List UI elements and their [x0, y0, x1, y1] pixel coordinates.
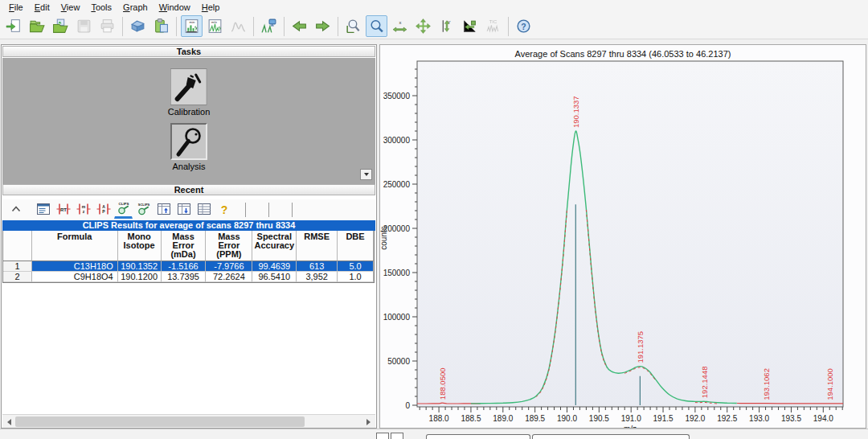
bottom-tab[interactable] [532, 434, 690, 439]
spectrum-chart[interactable]: 0500001000001500002000002500003000003500… [380, 45, 866, 428]
zoom-icon[interactable] [366, 15, 387, 37]
table-cell: 613 [297, 261, 338, 272]
svg-text:x: x [399, 20, 402, 25]
pane-button[interactable] [391, 433, 403, 439]
toolbar-separator [176, 17, 177, 36]
main-toolbar: minm/zxYTIC? [0, 14, 868, 39]
table-cell: -1.5166 [162, 261, 207, 272]
table-cell: 72.2624 [206, 272, 252, 282]
zoom-x-icon[interactable]: x [389, 15, 411, 37]
horizontal-scrollbar[interactable] [2, 414, 375, 428]
scrollbar-left-arrow[interactable] [3, 416, 15, 428]
table-cell: C13H18O [32, 261, 118, 272]
tasks-dropdown-button[interactable] [360, 169, 372, 180]
table-up-button[interactable] [154, 201, 173, 219]
spectrum-mz-icon[interactable]: m/z [204, 15, 226, 37]
filter-rt-button[interactable]: RT [54, 201, 72, 219]
clips-search-button[interactable]: CLIPS [114, 201, 133, 219]
calibration-view-icon[interactable] [258, 15, 280, 37]
svg-text:194.0: 194.0 [813, 414, 833, 423]
zoom-out-full-icon[interactable] [342, 15, 364, 37]
app-window: FileEditViewToolsGraphWindowHelp minm/zx… [0, 0, 868, 439]
menu-view[interactable]: View [55, 2, 86, 13]
open-chart-icon[interactable] [50, 15, 72, 37]
results-table: FormulaMonoIsotopeMass Error(mDa)Mass Er… [2, 231, 375, 283]
clips-search-icon: CLIPS [116, 200, 132, 218]
new-file-icon[interactable] [3, 15, 25, 37]
filter-abundance-icon: AP [96, 201, 112, 219]
table-cell: C9H18O4 [32, 272, 118, 282]
menu-tools[interactable]: Tools [85, 2, 117, 13]
filter-mz-button[interactable]: mz [74, 201, 92, 219]
svg-text:192.1448: 192.1448 [700, 367, 709, 399]
chromatogram-min-icon[interactable]: min [181, 15, 203, 37]
svg-text:z: z [82, 209, 84, 214]
report-grid-icon [196, 201, 212, 219]
svg-text:191.0: 191.0 [621, 414, 641, 423]
svg-text:193.5: 193.5 [781, 414, 801, 423]
row-number: 2 [3, 272, 32, 282]
filter-mz-icon: mz [76, 201, 92, 219]
help-question-icon: ? [216, 201, 232, 219]
report-grid-button[interactable] [194, 201, 213, 219]
column-header[interactable]: MonoIsotope [118, 231, 162, 261]
menu-file[interactable]: File [3, 2, 29, 13]
svg-text:194.1000: 194.1000 [825, 368, 834, 400]
svg-text:190.5: 190.5 [589, 414, 609, 423]
svg-text:50000: 50000 [387, 357, 410, 366]
properties-list-button[interactable] [34, 201, 52, 219]
tasks-title: Tasks [177, 47, 201, 56]
open-file-icon[interactable] [27, 15, 48, 37]
column-header[interactable]: Formula [32, 231, 118, 261]
menu-help[interactable]: Help [196, 2, 226, 13]
sclips-search-button[interactable]: SCLIPS [134, 201, 153, 219]
help-icon[interactable]: ? [513, 15, 534, 37]
scrollbar-right-arrow[interactable] [362, 416, 375, 428]
column-header[interactable]: Mass Error(PPM) [206, 231, 252, 261]
print-icon [96, 15, 118, 37]
task-calibration[interactable]: Calibration [168, 68, 211, 117]
filter-abundance-button[interactable]: AP [94, 201, 113, 219]
task-analysis[interactable]: Analysis [170, 123, 207, 171]
svg-text:192.0: 192.0 [685, 414, 705, 423]
menu-graph[interactable]: Graph [117, 2, 154, 13]
menu-edit[interactable]: Edit [29, 2, 55, 13]
results-mini-toolbar: RTmzAPCLIPSSCLIPS? [2, 199, 375, 220]
svg-text:?: ? [521, 22, 526, 31]
results-title-bar: CLIPS Results for average of scans 8297 … [2, 220, 375, 231]
autoscale-icon[interactable] [412, 15, 434, 37]
column-header[interactable]: Mass Error(mDa) [162, 231, 207, 261]
zoom-y-icon[interactable]: Y [436, 15, 457, 37]
task-label: Calibration [168, 107, 211, 117]
pane-button[interactable] [376, 433, 389, 439]
svg-text:counts: counts [380, 226, 388, 249]
svg-text:188.0500: 188.0500 [438, 368, 447, 400]
svg-text:0: 0 [405, 401, 410, 410]
nav-forward-icon[interactable] [312, 15, 334, 37]
table-row[interactable]: 1C13H18O190.1352-1.5166-7.976699.4639613… [3, 261, 374, 272]
table-row[interactable]: 2C9H18O4190.120013.739572.262496.54103,9… [3, 272, 374, 282]
table-cell: 96.5410 [252, 272, 297, 282]
toolbar-separator [508, 17, 509, 36]
svg-text:191.5: 191.5 [653, 414, 674, 423]
shift-axis-icon[interactable] [459, 15, 481, 37]
svg-text:189.5: 189.5 [525, 414, 545, 423]
menu-window[interactable]: Window [154, 2, 196, 13]
column-header[interactable]: DBE [338, 231, 374, 261]
column-header[interactable]: RMSE [297, 231, 338, 261]
svg-text:188.5: 188.5 [461, 414, 481, 423]
bottom-tab[interactable] [426, 434, 530, 439]
table-cell: 190.1200 [118, 272, 162, 282]
help-question-button[interactable]: ? [215, 201, 233, 219]
paste-icon[interactable] [150, 15, 172, 37]
collapse-chevron-button[interactable] [6, 201, 25, 219]
properties-list-icon [35, 201, 51, 219]
scrollbar-thumb[interactable] [15, 416, 305, 427]
nav-back-icon[interactable] [289, 15, 310, 37]
table-down-button[interactable] [174, 201, 193, 219]
column-header[interactable]: SpectralAccuracy [252, 231, 297, 261]
svg-text:193.1062: 193.1062 [762, 368, 771, 400]
export-3d-icon[interactable] [127, 15, 149, 37]
toolbar-separator [122, 17, 123, 36]
filter-rt-icon: RT [55, 201, 72, 219]
